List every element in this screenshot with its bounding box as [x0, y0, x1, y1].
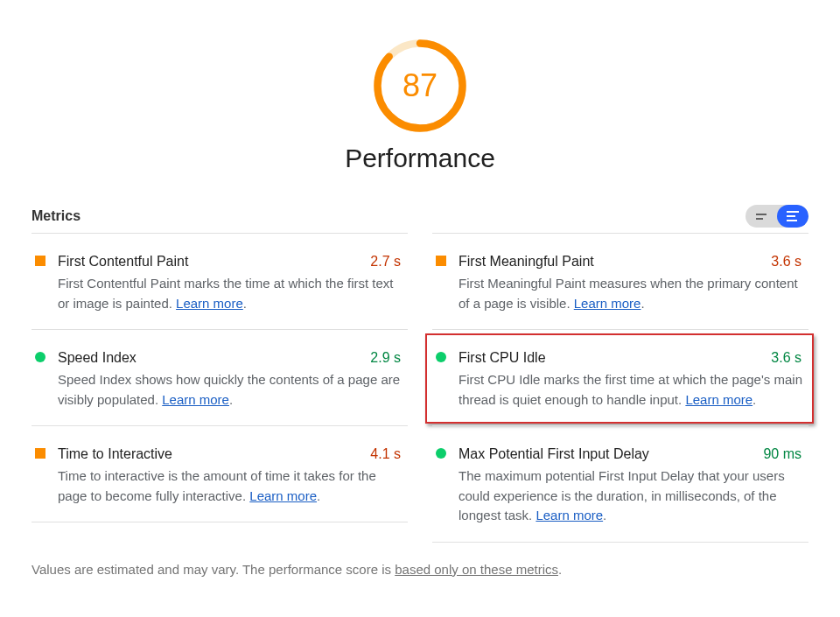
metric-first-contentful-paint: First Contentful Paint First Contentful … [32, 233, 408, 329]
footnote: Values are estimated and may vary. The p… [32, 562, 808, 577]
status-average-icon [35, 256, 46, 266]
metric-first-cpu-idle: First CPU Idle First CPU Idle marks the … [432, 329, 808, 425]
metric-first-meaningful-paint: First Meaningful Paint First Meaningful … [432, 233, 808, 329]
metric-time-to-interactive: Time to Interactive Time to interactive … [32, 425, 408, 522]
score-value: 87 [371, 37, 469, 135]
metric-description: Time to interactive is the amount of tim… [58, 466, 404, 506]
category-title: Performance [32, 144, 808, 173]
status-good-icon [436, 352, 446, 362]
metric-description: First CPU Idle marks the first time at w… [458, 370, 805, 410]
metric-title: Time to Interactive [58, 444, 404, 465]
metric-value: 3.6 s [771, 251, 802, 272]
view-toggle-detailed[interactable] [777, 205, 808, 228]
learn-more-link[interactable]: Learn more [162, 392, 229, 407]
learn-more-link[interactable]: Learn more [685, 392, 752, 407]
metric-value: 3.6 s [771, 347, 802, 368]
metric-value: 2.9 s [370, 347, 401, 368]
learn-more-link[interactable]: Learn more [249, 488, 317, 503]
footnote-link[interactable]: based only on these metrics [395, 562, 558, 577]
status-average-icon [35, 448, 46, 459]
metrics-heading: Metrics [32, 208, 80, 224]
metric-value: 90 ms [763, 444, 802, 465]
status-good-icon [35, 352, 46, 362]
metric-description: First Contentful Paint marks the time at… [58, 274, 404, 313]
status-good-icon [436, 448, 446, 459]
learn-more-link[interactable]: Learn more [536, 508, 603, 522]
metric-title: First CPU Idle [458, 347, 805, 368]
metric-description: Speed Index shows how quickly the conten… [58, 370, 404, 410]
metric-description: The maximum potential First Input Delay … [458, 466, 805, 526]
metric-max-potential-fid: Max Potential First Input Delay The maxi… [432, 425, 808, 543]
learn-more-link[interactable]: Learn more [176, 296, 243, 311]
view-toggle [746, 205, 808, 228]
metric-title: First Contentful Paint [58, 251, 404, 272]
compact-icon [756, 212, 766, 221]
detailed-icon [787, 210, 799, 223]
metric-value: 4.1 s [370, 444, 401, 465]
metric-speed-index: Speed Index Speed Index shows how quickl… [32, 329, 408, 425]
metric-value: 2.7 s [370, 251, 401, 272]
view-toggle-compact[interactable] [746, 205, 777, 228]
metric-title: Max Potential First Input Delay [458, 444, 805, 465]
metric-title: First Meaningful Paint [458, 251, 805, 272]
metric-title: Speed Index [58, 347, 404, 368]
metric-description: First Meaningful Paint measures when the… [458, 274, 805, 313]
learn-more-link[interactable]: Learn more [574, 296, 641, 311]
score-gauge: 87 Performance [32, 0, 808, 173]
status-average-icon [436, 256, 446, 266]
